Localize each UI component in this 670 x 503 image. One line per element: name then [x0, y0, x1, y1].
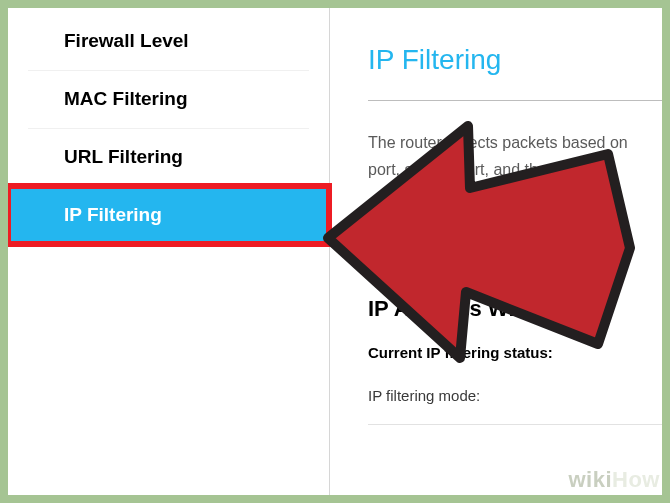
page-description: The router detects packets based on port… — [368, 129, 662, 238]
sidebar: Firewall Level MAC Filtering URL Filteri… — [8, 8, 330, 495]
main-content: IP Filtering The router detects packets … — [330, 8, 662, 495]
app-panel: Firewall Level MAC Filtering URL Filteri… — [8, 8, 662, 495]
sidebar-item-ip-filtering[interactable]: IP Filtering — [8, 186, 329, 244]
sidebar-item-label: IP Filtering — [64, 204, 162, 226]
outer-frame: Firewall Level MAC Filtering URL Filteri… — [0, 0, 670, 503]
divider — [368, 424, 662, 425]
sidebar-item-label: URL Filtering — [64, 146, 183, 168]
sidebar-item-label: Firewall Level — [64, 30, 189, 52]
mode-label: IP filtering mode: — [368, 387, 662, 404]
desc-line: take p — [368, 216, 412, 233]
divider — [368, 100, 662, 101]
sidebar-item-mac-filtering[interactable]: MAC Filtering — [8, 70, 329, 128]
sidebar-item-firewall-level[interactable]: Firewall Level — [8, 12, 329, 70]
desc-line: The router detects packets based on — [368, 134, 628, 151]
section-heading: IP Address Whitelist — [368, 296, 662, 322]
status-label: Current IP filtering status: — [368, 344, 662, 361]
page-title: IP Filtering — [368, 44, 662, 76]
desc-line: port, source port, and then dete — [368, 161, 591, 178]
sidebar-item-url-filtering[interactable]: URL Filtering — [8, 128, 329, 186]
sidebar-item-label: MAC Filtering — [64, 88, 188, 110]
